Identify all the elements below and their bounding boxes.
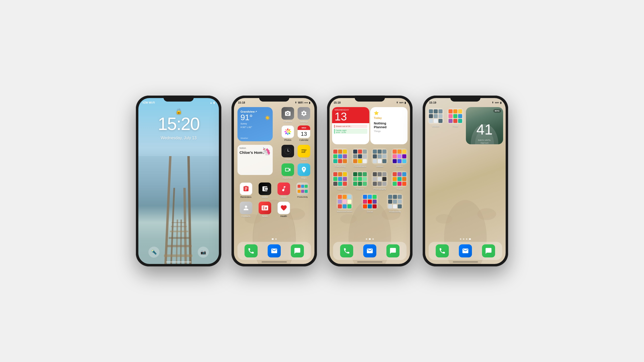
dock-messages-4[interactable] [482,244,495,257]
folder-productivity-3[interactable]: Productivity [387,194,403,213]
daycount-location: NYC [493,109,501,113]
dock-phone[interactable] [245,244,258,257]
notch-3 [355,96,385,102]
app-settings[interactable]: Settings [297,107,311,123]
app-reminders[interactable]: Reminders [239,183,253,198]
app-maps[interactable]: Maps [297,163,311,179]
weather-hilow: H:93° L:62° [240,126,270,128]
screen-3: 15:18 ⬆ WiFi ▮ WEDNESDAY 13 Shawn out of… [330,98,410,264]
iphone-4: 15:19 ⬆ WiFi ▮ Utilities [423,96,508,266]
folder-countdowns[interactable]: Countdowns [352,148,368,168]
weather-widget[interactable]: Grandview ↗ 91° ☀️ Sunny H:93° L:62° Wea… [237,107,273,141]
app-contacts[interactable]: Contacts [239,202,253,217]
things-widget-3[interactable]: ⭐ Today Nothing Planned Things [370,107,408,144]
food-folder-icon [447,108,463,124]
app-calendar[interactable]: WED 13 Calendar [297,125,311,141]
wifi-icon-2: WiFi [298,101,303,104]
dock-messages[interactable] [291,244,304,257]
svg-rect-10 [170,231,188,232]
countdowns-folder-icon [352,148,368,164]
dock-mail-4[interactable] [459,244,472,257]
flashlight-button[interactable]: 🔦 [148,247,159,258]
dock-4 [429,242,502,260]
folder-awesomegames[interactable]: AwesomeGames [337,194,353,213]
notion-unicorn-icon: 🦄 [261,147,271,156]
daycount-widget[interactable]: NYC 41 DAYS UNTIL DayCount [466,107,503,144]
apps-row-3: Clock Notes [281,145,311,161]
folder-travel[interactable]: Travel [391,171,408,190]
app-facetime[interactable]: FaceTime [281,163,295,179]
camera-button[interactable]: 📷 [198,247,209,258]
food-label: Food [453,125,458,127]
folder-food[interactable]: Food [447,108,463,127]
facetime-icon [281,163,294,176]
daycount-days-until: DAYS UNTIL [466,139,503,141]
svg-point-20 [289,131,291,132]
dock-messages-3[interactable] [386,244,399,257]
folders-row-1: Everything Countdowns [332,148,408,168]
home-indicator-3 [357,261,382,262]
page-dots-2 [234,238,314,240]
dock-mail-3[interactable] [363,244,376,257]
social-label: Social [367,210,373,213]
travel-folder-icon [391,171,408,187]
folder-finance[interactable]: Finance [352,171,368,190]
calendar-widget-3[interactable]: WEDNESDAY 13 Shawn out of Of... Family n… [332,107,369,144]
location-icon-2: ⬆ [295,101,297,104]
notes-icon [298,145,310,157]
svg-point-35 [340,214,357,224]
dock-mail[interactable] [268,244,281,257]
app-photos[interactable]: Photos [281,125,295,141]
app-health[interactable]: Health [277,202,291,217]
svg-point-22 [287,133,289,135]
settings-icon [298,107,310,120]
dock-3 [333,242,407,260]
productivity-folder-icon [296,183,309,195]
things-star-icon: ⭐ [374,111,404,115]
folder-utilities-3[interactable]: Utilities [372,148,388,168]
apps-row-2: Photos WED 13 Calendar [281,125,311,141]
things-today-label: Today [374,116,404,119]
battery-icon-2: ▮ [309,101,310,104]
folder-utilities-4[interactable]: Utilities [428,108,444,127]
battery-icon: ▮ [213,101,215,104]
reminders-label: Reminders [240,196,252,198]
signal-icon-2: ●●● [304,102,308,104]
app-camera[interactable]: Camera [281,107,295,123]
folder-everything[interactable]: Everything [332,148,348,168]
dot-4-1 [460,238,461,240]
daycount-number: 41 [466,122,503,137]
notch-1 [164,96,194,102]
folder-social[interactable]: Social [362,194,378,213]
svg-point-37 [477,208,496,220]
books-label: Books [396,165,403,168]
folder-apple[interactable]: Apple [332,171,348,190]
app-notes[interactable]: Notes [297,145,311,161]
dot-4-3 [466,238,467,240]
dock-phone-4[interactable] [436,244,449,257]
svg-rect-12 [172,222,186,223]
lock-time: 15:20 [138,115,219,133]
app-wallet[interactable]: Wallet [258,183,272,198]
app-clock[interactable]: Clock [281,145,295,161]
apps-row-5: Reminders Wallet Music [237,183,311,198]
status-icons-1: ▲ ▮ [210,101,215,104]
status-icons-3: ⬆ WiFi ▮ [396,101,406,104]
everything-label: Everything [335,165,346,168]
weather-label: Weather [240,137,248,139]
lock-bottom-controls: 🔦 📷 [138,247,219,258]
page-dots-3 [330,238,410,240]
news-label: News [262,215,268,217]
app-news[interactable]: News [258,202,272,217]
status-icons-4: ⬆ WiFi ▮ [492,101,502,104]
app-music[interactable]: Music [277,183,291,198]
dock-2 [237,242,311,260]
health-label: Health [280,215,287,217]
dock-phone-3[interactable] [340,244,353,257]
apple-folder-icon [332,171,348,187]
folder-books[interactable]: Books [391,148,408,168]
things-nothing-text: Nothing [374,121,404,125]
app-productivity-p2[interactable]: Productivity [296,183,310,198]
svg-point-27 [287,131,289,132]
folder-photography[interactable]: Photography [372,171,388,190]
